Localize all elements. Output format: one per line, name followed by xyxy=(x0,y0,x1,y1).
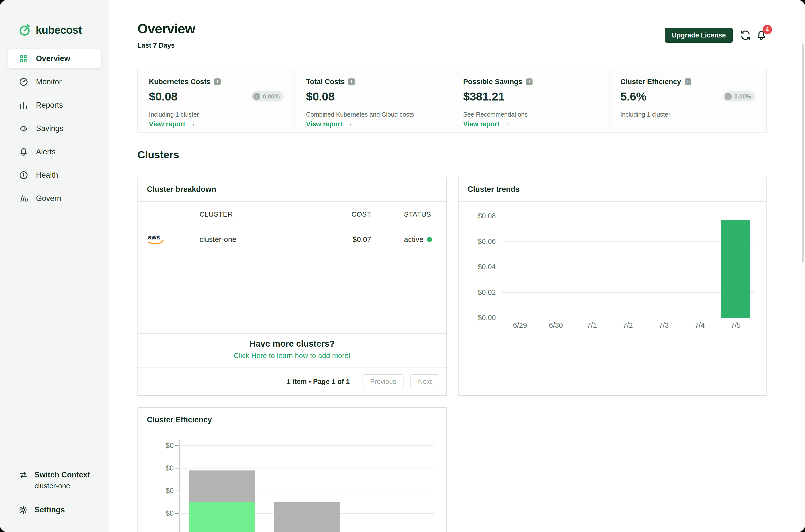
scrollbar-thumb[interactable] xyxy=(802,44,804,262)
x-axis-label: 7/4 xyxy=(681,321,718,329)
y-axis-label: $0 xyxy=(138,509,174,517)
stat-label: Cluster Efficiency xyxy=(620,78,681,86)
notifications-bell-icon[interactable]: 4 xyxy=(755,29,767,41)
view-report-link[interactable]: View report→ xyxy=(306,120,353,128)
stat-header: Possible Savingsi xyxy=(463,78,598,86)
column-header-status: STATUS xyxy=(404,210,431,218)
switch-context-button[interactable]: Switch Context cluster-one xyxy=(19,471,90,490)
sidebar-item-overview[interactable]: Overview xyxy=(8,49,101,68)
stat-value-row: $0.08 xyxy=(306,90,441,103)
change-value: 0.00% xyxy=(734,93,751,100)
stat-label: Total Costs xyxy=(306,78,345,86)
gridline xyxy=(502,242,754,242)
sidebar-item-label: Overview xyxy=(36,54,70,63)
bar-chart-icon xyxy=(19,100,28,110)
efficiency-bar-efficient xyxy=(189,502,255,532)
x-axis-label: 7/1 xyxy=(573,321,611,329)
next-page-button[interactable]: Next xyxy=(410,374,439,389)
change-badge: ↓0.00% xyxy=(251,91,284,101)
stat-value-row: $0.08↓0.00% xyxy=(149,90,284,103)
notification-badge: 4 xyxy=(763,25,772,34)
stat-note: See Recommendations xyxy=(463,111,528,118)
view-report-label: View report xyxy=(149,120,185,128)
info-icon[interactable]: i xyxy=(214,78,221,85)
y-axis-label: $0 xyxy=(138,441,174,450)
sidebar-item-label: Reports xyxy=(36,101,63,110)
view-report-link[interactable]: View report→ xyxy=(463,120,510,128)
sidebar-item-alerts[interactable]: Alerts xyxy=(8,142,101,161)
stat-header: Total Costsi xyxy=(306,78,441,86)
upgrade-license-button[interactable]: Upgrade License xyxy=(665,28,733,43)
axis-tick xyxy=(175,491,179,491)
efficiency-bar-total xyxy=(274,502,340,532)
info-icon[interactable]: i xyxy=(526,78,533,85)
y-axis-label: $0.06 xyxy=(459,238,496,246)
gear-icon xyxy=(19,505,28,515)
gridline xyxy=(179,468,434,469)
status-text: active xyxy=(404,235,423,244)
add-clusters-link[interactable]: Click Here to learn how to add more! xyxy=(138,352,446,360)
stat-note: Combined Kubernetes and Cloud costs xyxy=(306,111,414,118)
axis-tick xyxy=(175,513,179,514)
stat-header: Kubernetes Costsi xyxy=(149,78,284,86)
arrow-right-icon: → xyxy=(346,120,353,128)
current-context: cluster-one xyxy=(35,482,90,490)
stat-value: 5.6% xyxy=(620,90,647,103)
switch-context-label: Switch Context xyxy=(35,471,90,479)
info-icon[interactable]: i xyxy=(348,78,355,85)
pagination-row: 1 item • Page 1 of 1 Previous Next xyxy=(138,367,446,395)
stat-card-cluster-efficiency: Cluster Efficiencyi5.6%↓0.00%Including 1… xyxy=(609,69,766,132)
sidebar-item-savings[interactable]: Savings xyxy=(8,119,101,138)
stat-label: Kubernetes Costs xyxy=(149,78,210,86)
sidebar-item-label: Alerts xyxy=(36,147,56,156)
sidebar-item-label: Health xyxy=(36,171,58,179)
stat-label: Possible Savings xyxy=(463,78,523,86)
cluster-cost: $0.07 xyxy=(138,235,371,244)
gridline xyxy=(502,318,754,318)
stat-value-row: 5.6%↓0.00% xyxy=(620,90,755,103)
govern-icon xyxy=(19,193,28,204)
stat-header: Cluster Efficiencyi xyxy=(620,78,755,86)
kubecost-logo: kubecost xyxy=(17,23,82,37)
stat-card-kubernetes-costs: Kubernetes Costsi$0.08↓0.00%Including 1 … xyxy=(138,69,294,132)
date-range-label: Last 7 Days xyxy=(137,42,175,50)
arrow-right-icon: → xyxy=(189,120,196,128)
x-axis-label: 7/2 xyxy=(609,321,647,329)
view-report-link[interactable]: View report→ xyxy=(149,120,196,128)
gridline xyxy=(502,267,754,267)
axis-tick xyxy=(175,468,179,469)
cluster-trends-title: Cluster trends xyxy=(467,185,520,194)
switch-context-icon xyxy=(19,471,28,480)
cluster-trends-card: Cluster trends $0.00$0.02$0.04$0.06$0.08… xyxy=(458,177,767,396)
stat-note: Including 1 cluster xyxy=(149,111,199,118)
sidebar-item-govern[interactable]: Govern xyxy=(8,189,101,208)
stat-value: $0.08 xyxy=(149,90,177,103)
sidebar-item-label: Savings xyxy=(36,124,63,133)
brand-name: kubecost xyxy=(36,24,82,36)
x-axis-label: 6/29 xyxy=(501,321,538,329)
previous-page-button[interactable]: Previous xyxy=(363,374,403,389)
sidebar-item-reports[interactable]: Reports xyxy=(8,96,101,115)
table-empty-space xyxy=(138,252,446,333)
trend-bar xyxy=(721,220,750,318)
sidebar-nav: OverviewMonitorReportsSavingsAlertsHealt… xyxy=(8,49,101,212)
cluster-efficiency-title-row: Cluster Efficiency xyxy=(138,408,446,432)
table-row[interactable]: awscluster-one$0.07active xyxy=(138,227,446,252)
sidebar-item-health[interactable]: Health xyxy=(8,166,101,185)
settings-label: Settings xyxy=(35,506,65,514)
bell-icon xyxy=(19,147,28,157)
info-icon[interactable]: i xyxy=(685,78,691,85)
pagination-summary: 1 item • Page 1 of 1 xyxy=(287,378,350,386)
page-title: Overview xyxy=(137,21,195,36)
sidebar-item-monitor[interactable]: Monitor xyxy=(8,73,101,91)
y-axis-label: $0.08 xyxy=(459,212,496,220)
stat-card-possible-savings: Possible Savingsi$381.21See Recommendati… xyxy=(452,69,609,132)
sidebar-item-settings[interactable]: Settings xyxy=(19,505,65,515)
gridline xyxy=(502,216,754,216)
stats-row: Kubernetes Costsi$0.08↓0.00%Including 1 … xyxy=(137,69,767,133)
cluster-efficiency-card: Cluster Efficiency $0$0$0$0 xyxy=(137,407,447,532)
refresh-icon[interactable] xyxy=(740,29,751,41)
stat-card-total-costs: Total Costsi$0.08Combined Kubernetes and… xyxy=(294,69,452,132)
y-axis-label: $0 xyxy=(138,464,174,472)
gauge-icon xyxy=(19,77,28,87)
